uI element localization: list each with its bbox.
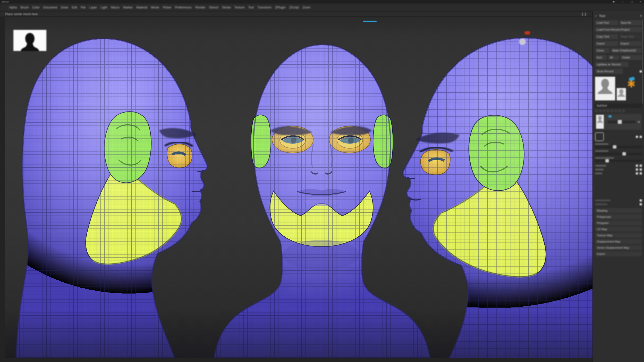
panel-icon[interactable] <box>636 165 638 167</box>
lightbox-recent-button[interactable]: Lightbox ► Recent <box>595 62 629 67</box>
menu-item[interactable]: Texture <box>234 6 244 9</box>
sculpt-scene[interactable] <box>5 16 644 358</box>
panel-slider <box>595 150 642 155</box>
export-button[interactable]: Export <box>619 41 642 46</box>
palette-section[interactable]: Polygroups <box>595 214 642 219</box>
menu-bar: AlphaBrushColorDocumentDrawEditFileLayer… <box>0 4 644 11</box>
subtool-thumbnail[interactable] <box>596 115 604 129</box>
search-icon[interactable]: ⌕ <box>595 14 597 18</box>
panel-icon[interactable] <box>640 136 642 138</box>
menu-item[interactable]: Material <box>136 6 147 9</box>
panel-icon[interactable] <box>640 172 642 175</box>
title-bar: ZBrush ◩ — ▢ ✕ <box>0 0 644 4</box>
paste-tool-button[interactable]: Paste Tool <box>619 34 642 39</box>
slider-knob[interactable] <box>622 152 626 156</box>
import-button[interactable]: Import <box>595 41 618 46</box>
recent-tool-thumbnail[interactable] <box>617 88 626 100</box>
tray-collapse-icon[interactable]: ❮❯ <box>581 12 587 16</box>
slider-knob[interactable] <box>613 145 616 149</box>
menu-item[interactable]: Stroke <box>222 6 231 9</box>
tool-thumbnails: ✱ <box>595 76 642 102</box>
palette-section[interactable]: Masking <box>595 208 642 213</box>
make-polymesh3d-button[interactable]: Make PolyMesh3D <box>611 48 642 53</box>
panel-icon[interactable] <box>636 172 638 175</box>
menu-item[interactable]: ZScript <box>289 6 299 9</box>
panel-icon[interactable] <box>640 168 642 171</box>
menu-item[interactable]: ZPlugin <box>275 6 286 9</box>
subtool-tool-icon[interactable] <box>599 109 602 112</box>
menu-item[interactable]: Movie <box>151 6 159 9</box>
load-from-recent-project-button[interactable]: Load From Recent Project <box>595 27 642 32</box>
subtool-tool-icon[interactable] <box>618 109 621 112</box>
menu-item[interactable]: Document <box>43 6 57 9</box>
menu-item[interactable]: Stencil <box>209 6 218 9</box>
menu-item[interactable]: File <box>81 6 86 9</box>
menu-item[interactable]: Tool <box>248 6 254 9</box>
menu-item[interactable]: Transform <box>257 6 271 9</box>
subtool-tool-icon[interactable] <box>614 109 617 112</box>
menu-item[interactable]: Brush <box>21 6 29 9</box>
goz-button[interactable]: GoZ <box>595 55 607 60</box>
subtool-tool-icon[interactable] <box>622 109 625 112</box>
panel-icon[interactable] <box>640 165 642 167</box>
save-as-button[interactable]: Save As <box>619 20 642 25</box>
menu-item[interactable]: Picker <box>163 6 171 9</box>
app-icon[interactable]: ◩ <box>613 1 615 3</box>
palette-section[interactable]: Export <box>595 251 642 256</box>
all-button[interactable]: All <box>608 55 619 60</box>
panel-icon[interactable] <box>636 168 638 171</box>
active-tool-thumbnail[interactable] <box>595 77 615 100</box>
minimize-icon[interactable]: — <box>622 1 624 3</box>
subtool-tool-icon[interactable] <box>611 109 613 112</box>
menu-item[interactable]: Edit <box>72 6 77 9</box>
menu-item[interactable]: Light <box>101 6 107 9</box>
subtool-toolbar <box>595 109 642 112</box>
menu-item[interactable]: Draw <box>61 6 68 9</box>
menu-item[interactable]: Layer <box>89 6 97 9</box>
visible-button[interactable]: Visible <box>620 55 642 60</box>
palette-section[interactable]: UV Map <box>595 227 642 232</box>
panel-icon[interactable] <box>636 136 638 138</box>
copy-tool-button[interactable]: Copy Tool <box>595 34 618 39</box>
tool-panel: ⌕ Tool ≡ Load Tool Save As Load From Rec… <box>592 11 644 362</box>
slider-track[interactable] <box>595 160 642 162</box>
status-bar: Place center mesh here <box>0 12 592 16</box>
subtool-tool-icon[interactable] <box>595 109 598 112</box>
load-tool-button[interactable]: Load Tool <box>595 20 618 25</box>
panel-icon[interactable] <box>640 203 642 205</box>
slider-track[interactable] <box>595 146 642 148</box>
menu-item[interactable]: Preferences <box>175 6 192 9</box>
red-marker <box>524 31 530 35</box>
menu-icon[interactable]: ≡ <box>640 14 642 18</box>
palette-section[interactable]: Displacement Map <box>595 239 642 244</box>
palette-section[interactable]: Texture Map <box>595 233 642 238</box>
eye-icon[interactable]: 👁 <box>638 120 640 124</box>
polymesh3d-star-icon[interactable]: ✱ <box>627 79 636 89</box>
menu-item[interactable]: Alpha <box>9 6 17 9</box>
show-recent-button[interactable]: Show Recent <box>595 69 623 74</box>
slider-knob[interactable] <box>605 159 609 162</box>
menu-item[interactable]: Marker <box>123 6 133 9</box>
palette-section[interactable]: Polypaint <box>595 220 642 226</box>
panel-scrollbar[interactable] <box>642 19 643 104</box>
close-icon[interactable]: ✕ <box>639 1 641 3</box>
window-title: ZBrush <box>2 1 9 3</box>
subtool-list-item[interactable]: 👁 <box>595 114 642 130</box>
menu-item[interactable]: Render <box>195 6 205 9</box>
menu-item[interactable]: Zoom <box>302 6 310 9</box>
subtool-tool-icon[interactable] <box>603 109 606 112</box>
subtool-slider-knob[interactable] <box>618 120 622 124</box>
panel-slider <box>595 157 642 162</box>
menu-item[interactable]: Color <box>32 6 40 9</box>
subtool-tool-icon[interactable] <box>607 109 609 112</box>
gizmo-square-icon[interactable] <box>595 132 604 141</box>
maximize-icon[interactable]: ▢ <box>631 1 633 3</box>
panel-icon[interactable] <box>640 199 642 202</box>
slider-track[interactable] <box>595 153 642 155</box>
subtool-header[interactable]: SubTool <box>595 104 642 108</box>
white-marker <box>519 38 526 45</box>
polypaint-icon[interactable] <box>608 115 612 117</box>
clone-button[interactable]: Clone <box>595 48 609 53</box>
palette-section[interactable]: Vector Displacement Map <box>595 245 642 250</box>
menu-item[interactable]: Macro <box>111 6 120 9</box>
